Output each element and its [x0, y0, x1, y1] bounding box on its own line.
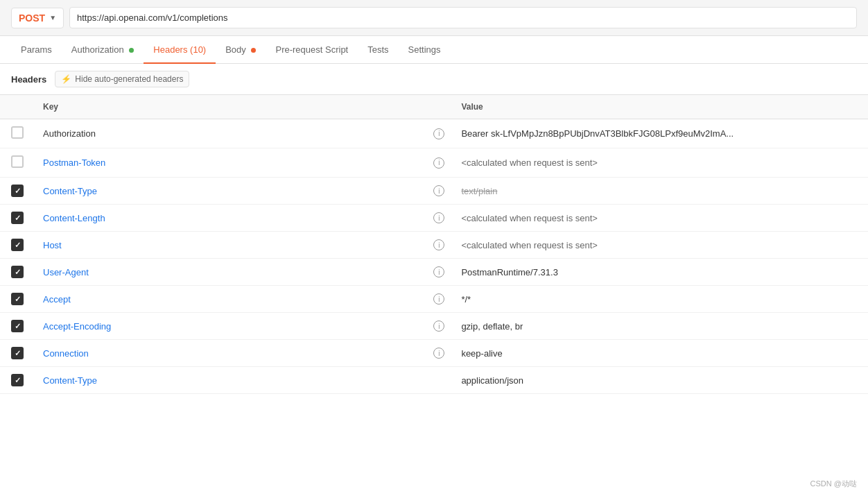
table-row: Accept-Encodingigzip, deflate, br [0, 313, 868, 340]
col-value: Value [453, 95, 868, 119]
row-value: <calculated when request is sent> [461, 240, 598, 250]
tab-body[interactable]: Body [216, 36, 266, 63]
row-key: Content-Length [43, 213, 105, 223]
info-icon[interactable]: i [433, 293, 444, 305]
table-row: User-AgentiPostmanRuntime/7.31.3 [0, 259, 868, 286]
tab-authorization[interactable]: Authorization [62, 36, 144, 63]
row-key: Authorization [43, 128, 96, 139]
info-icon[interactable]: i [433, 212, 444, 223]
row-value: Bearer sk-LfVpMpJzn8BpPUbjDnvAT3BlbkFJG0… [461, 128, 734, 139]
row-key: Connection [43, 348, 89, 359]
authorization-dot [129, 48, 134, 53]
table-row: Content-Typeapplication/json [0, 367, 868, 394]
table-row: Postman-Tokeni<calculated when request i… [0, 148, 868, 178]
col-checkbox [0, 95, 35, 119]
row-key: Content-Type [43, 186, 97, 196]
tab-settings[interactable]: Settings [399, 36, 451, 63]
row-key: User-Agent [43, 267, 89, 277]
headers-badge: (10) [190, 44, 206, 55]
row-value: text/plain [461, 186, 497, 196]
row-key: Postman-Token [43, 157, 105, 168]
info-icon[interactable]: i [433, 266, 444, 277]
row-checkbox[interactable] [11, 212, 24, 224]
row-checkbox[interactable] [11, 374, 24, 386]
row-checkbox[interactable] [11, 155, 24, 168]
hide-icon: ⚡ [61, 74, 71, 84]
table-row: AuthorizationiBearer sk-LfVpMpJzn8BpPUbj… [0, 119, 868, 148]
table-row: Content-Typeitext/plain [0, 178, 868, 205]
hide-auto-headers-button[interactable]: ⚡ Hide auto-generated headers [55, 71, 189, 87]
tab-headers[interactable]: Headers (10) [144, 36, 216, 63]
row-key: Accept-Encoding [43, 321, 111, 332]
info-icon[interactable]: i [433, 128, 444, 139]
row-checkbox[interactable] [11, 293, 24, 305]
tab-params[interactable]: Params [11, 36, 62, 63]
tabs-bar: Params Authorization Headers (10) Body P… [0, 36, 868, 64]
sub-header-label: Headers [11, 74, 46, 85]
col-key: Key [35, 95, 425, 119]
row-checkbox[interactable] [11, 266, 24, 278]
row-checkbox[interactable] [11, 185, 24, 197]
row-checkbox[interactable] [11, 320, 24, 332]
method-chevron: ▼ [49, 14, 56, 22]
info-icon[interactable]: i [433, 157, 444, 169]
info-icon[interactable]: i [433, 185, 444, 196]
sub-header: Headers ⚡ Hide auto-generated headers [0, 64, 868, 95]
row-value: gzip, deflate, br [461, 321, 523, 332]
row-value: PostmanRuntime/7.31.3 [461, 267, 557, 277]
row-checkbox[interactable] [11, 239, 24, 251]
url-bar: POST ▼ [0, 0, 868, 36]
table-header-row: Key Value [0, 95, 868, 119]
col-info [425, 95, 453, 119]
table-row: Connectionikeep-alive [0, 340, 868, 367]
row-value: keep-alive [461, 348, 502, 359]
method-select[interactable]: POST ▼ [11, 8, 64, 28]
url-input[interactable] [69, 7, 857, 28]
method-label: POST [19, 12, 45, 24]
row-key: Content-Type [43, 375, 97, 386]
info-icon[interactable]: i [433, 320, 444, 332]
row-checkbox[interactable] [11, 126, 24, 139]
tab-tests[interactable]: Tests [358, 36, 398, 63]
body-dot [251, 48, 256, 53]
row-value: <calculated when request is sent> [461, 213, 598, 223]
table-row: Hosti<calculated when request is sent> [0, 232, 868, 259]
row-checkbox[interactable] [11, 347, 24, 359]
table-row: Content-Lengthi<calculated when request … [0, 205, 868, 232]
row-key: Accept [43, 294, 71, 305]
headers-table: Key Value AuthorizationiBearer sk-LfVpMp… [0, 95, 868, 394]
row-value: <calculated when request is sent> [461, 157, 598, 168]
tab-pre-request[interactable]: Pre-request Script [266, 36, 358, 63]
row-value: application/json [461, 375, 523, 386]
info-icon[interactable]: i [433, 348, 444, 359]
row-key: Host [43, 240, 62, 250]
row-value: */* [461, 294, 471, 305]
info-icon[interactable]: i [433, 239, 444, 250]
table-row: Accepti*/* [0, 286, 868, 313]
